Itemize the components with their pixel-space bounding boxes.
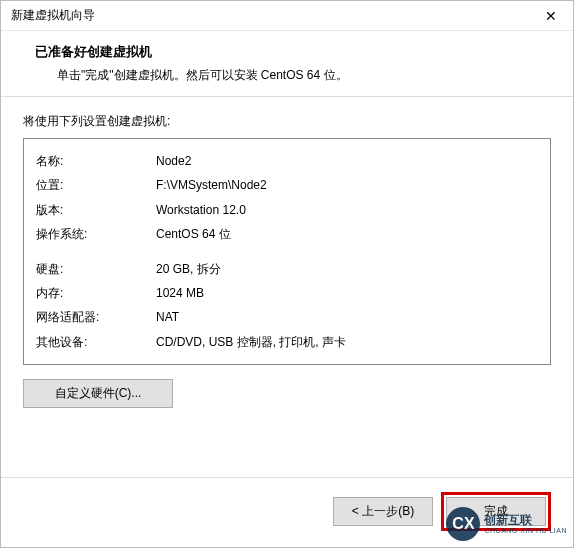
row-label: 网络适配器: bbox=[36, 307, 156, 327]
row-value: CD/DVD, USB 控制器, 打印机, 声卡 bbox=[156, 332, 538, 352]
window-title: 新建虚拟机向导 bbox=[11, 7, 95, 24]
table-row: 名称: Node2 bbox=[36, 149, 538, 173]
watermark: CX 创新互联 CHUANG XIN HU LIAN bbox=[446, 507, 567, 541]
row-value: F:\VMSystem\Node2 bbox=[156, 175, 538, 195]
row-value: Node2 bbox=[156, 151, 538, 171]
table-row: 位置: F:\VMSystem\Node2 bbox=[36, 173, 538, 197]
row-label: 内存: bbox=[36, 283, 156, 303]
table-row: 操作系统: CentOS 64 位 bbox=[36, 222, 538, 246]
watermark-en: CHUANG XIN HU LIAN bbox=[484, 527, 567, 535]
row-value: CentOS 64 位 bbox=[156, 224, 538, 244]
summary-box: 名称: Node2 位置: F:\VMSystem\Node2 版本: Work… bbox=[23, 138, 551, 365]
summary-section-label: 将使用下列设置创建虚拟机: bbox=[23, 113, 551, 130]
table-row: 内存: 1024 MB bbox=[36, 281, 538, 305]
customize-hardware-button[interactable]: 自定义硬件(C)... bbox=[23, 379, 173, 408]
row-value: Workstation 12.0 bbox=[156, 200, 538, 220]
back-button[interactable]: < 上一步(B) bbox=[333, 497, 433, 526]
page-title: 已准备好创建虚拟机 bbox=[35, 43, 539, 61]
row-label: 其他设备: bbox=[36, 332, 156, 352]
table-row: 版本: Workstation 12.0 bbox=[36, 198, 538, 222]
table-row: 硬盘: 20 GB, 拆分 bbox=[36, 257, 538, 281]
customize-row: 自定义硬件(C)... bbox=[23, 379, 551, 408]
row-label: 硬盘: bbox=[36, 259, 156, 279]
row-value: 20 GB, 拆分 bbox=[156, 259, 538, 279]
watermark-logo: CX bbox=[446, 507, 480, 541]
page-subtitle: 单击"完成"创建虚拟机。然后可以安装 CentOS 64 位。 bbox=[57, 67, 549, 84]
wizard-body: 将使用下列设置创建虚拟机: 名称: Node2 位置: F:\VMSystem\… bbox=[1, 97, 573, 418]
row-label: 操作系统: bbox=[36, 224, 156, 244]
watermark-cn: 创新互联 bbox=[484, 514, 567, 527]
table-row: 网络适配器: NAT bbox=[36, 305, 538, 329]
wizard-header: 已准备好创建虚拟机 单击"完成"创建虚拟机。然后可以安装 CentOS 64 位… bbox=[1, 31, 573, 97]
watermark-text: 创新互联 CHUANG XIN HU LIAN bbox=[484, 514, 567, 535]
titlebar: 新建虚拟机向导 ✕ bbox=[1, 1, 573, 31]
row-value: NAT bbox=[156, 307, 538, 327]
row-label: 版本: bbox=[36, 200, 156, 220]
close-icon[interactable]: ✕ bbox=[539, 6, 563, 26]
row-label: 名称: bbox=[36, 151, 156, 171]
row-value: 1024 MB bbox=[156, 283, 538, 303]
table-row: 其他设备: CD/DVD, USB 控制器, 打印机, 声卡 bbox=[36, 330, 538, 354]
row-label: 位置: bbox=[36, 175, 156, 195]
